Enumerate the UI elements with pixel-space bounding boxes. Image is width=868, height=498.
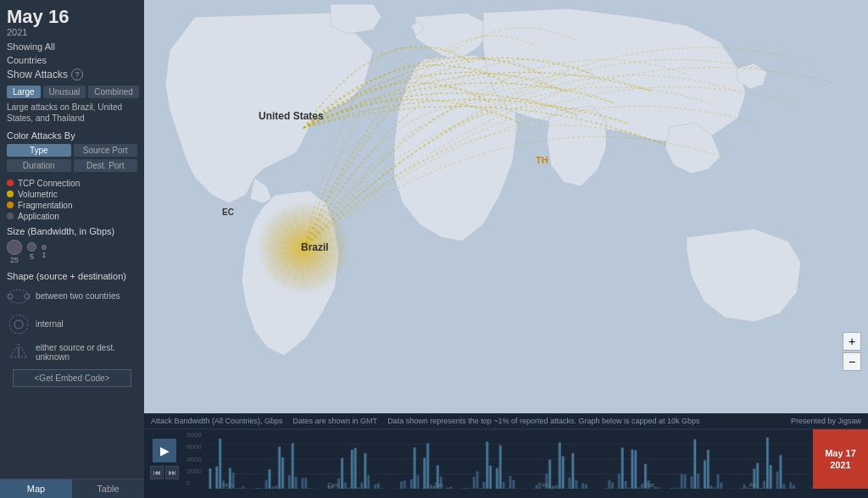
fragmentation-dot <box>7 202 14 208</box>
bandwidth-label: Attack Bandwidth (All Countries), Gbps <box>151 417 283 425</box>
size-25: 25 <box>7 240 22 264</box>
size-1: 1 <box>42 245 47 259</box>
unusual-attack-btn[interactable]: Unusual <box>43 86 86 98</box>
data-note: Data shown represents the top ~1% of rep… <box>387 417 699 425</box>
internal-icon <box>7 313 31 336</box>
embed-code-btn[interactable]: <Get Embed Code> <box>13 369 131 387</box>
application-dot <box>7 213 14 219</box>
presented-by: Presented by Jigsaw <box>791 417 861 425</box>
svg-point-0 <box>8 290 29 303</box>
timeline-controls: ▶ ⏮ ⏭ <box>144 429 185 489</box>
shape-section: Shape (source + destination) between two… <box>7 271 137 364</box>
combined-attack-btn[interactable]: Combined <box>88 86 139 98</box>
info-icon[interactable]: ? <box>71 69 83 80</box>
size-dots: 25 5 1 <box>7 240 137 264</box>
date-overlay: May 17 2021 <box>813 429 868 489</box>
tcp-dot <box>7 180 14 186</box>
attack-description: Large attacks on Brazil, United States, … <box>7 102 137 124</box>
large-attack-btn[interactable]: Large <box>7 86 41 98</box>
timeline-body: ▶ ⏮ ⏭ 8000 6000 4000 2000 0 May 17 2021 <box>144 429 868 489</box>
source-port-btn[interactable]: Source Port <box>74 144 138 157</box>
shape-between: between two countries <box>7 285 137 308</box>
show-attacks-label: Show Attacks <box>7 69 68 80</box>
attack-type-buttons: Large Unusual Combined <box>7 86 137 98</box>
legend-volumetric: Volumetric <box>7 190 137 199</box>
timeline-canvas <box>209 429 868 489</box>
world-map-svg <box>144 0 868 413</box>
table-tab[interactable]: Table <box>72 479 144 498</box>
size-dot-large <box>7 240 22 255</box>
shape-internal: internal <box>7 313 137 336</box>
svg-point-3 <box>9 315 28 334</box>
bottom-tabs: Map Table <box>0 479 144 498</box>
showing-label: Showing All Countries <box>7 41 137 67</box>
year-label: 2021 <box>7 27 137 37</box>
map-area[interactable]: United States Brazil TH EC + − <box>144 0 868 413</box>
svg-point-1 <box>8 294 13 299</box>
svg-point-4 <box>14 320 23 329</box>
zoom-out-btn[interactable]: − <box>843 352 861 371</box>
duration-btn[interactable]: Duration <box>7 159 71 172</box>
between-countries-icon <box>7 285 31 308</box>
skip-fwd-btn[interactable]: ⏭ <box>165 466 179 479</box>
legend: TCP Connection Volumetric Fragmentation … <box>7 179 137 221</box>
date-title: May 16 <box>7 7 137 27</box>
y-axis-labels: 8000 6000 4000 2000 0 <box>185 429 209 489</box>
shape-title: Shape (source + destination) <box>7 271 137 281</box>
legend-fragmentation: Fragmentation <box>7 201 137 210</box>
size-title: Size (Bandwidth, in Gbps) <box>7 226 137 236</box>
volumetric-dot <box>7 191 14 197</box>
skip-back-btn[interactable]: ⏮ <box>150 466 164 479</box>
zoom-controls: + − <box>843 332 861 371</box>
gmt-note: Dates are shown in GMT <box>293 417 378 425</box>
map-tab[interactable]: Map <box>0 479 72 498</box>
sidebar: May 16 2021 Showing All Countries Show A… <box>0 0 144 498</box>
color-attacks-title: Color Attacks By <box>7 130 137 141</box>
size-dot-medium <box>27 242 36 252</box>
legend-tcp: TCP Connection <box>7 179 137 188</box>
skip-buttons: ⏮ ⏭ <box>150 466 179 479</box>
timeline-header: Attack Bandwidth (All Countries), Gbps D… <box>144 413 868 429</box>
size-section: Size (Bandwidth, in Gbps) 25 5 1 <box>7 226 137 264</box>
color-buttons: Type Source Port Duration Dest. Port <box>7 144 137 172</box>
zoom-in-btn[interactable]: + <box>843 332 861 351</box>
shape-unknown: either source or dest. unknown <box>7 340 137 364</box>
timeline-area: Attack Bandwidth (All Countries), Gbps D… <box>144 413 868 498</box>
svg-point-7 <box>18 355 19 357</box>
type-btn[interactable]: Type <box>7 144 71 157</box>
size-5: 5 <box>27 242 36 261</box>
show-attacks-row: Show Attacks ? <box>7 69 137 80</box>
timeline-chart[interactable]: May 17 2021 <box>209 429 868 489</box>
legend-application: Application <box>7 212 137 221</box>
size-dot-small <box>42 245 47 250</box>
unknown-source-icon <box>7 340 31 364</box>
play-btn[interactable]: ▶ <box>153 439 176 462</box>
dest-port-btn[interactable]: Dest. Port <box>74 159 138 172</box>
